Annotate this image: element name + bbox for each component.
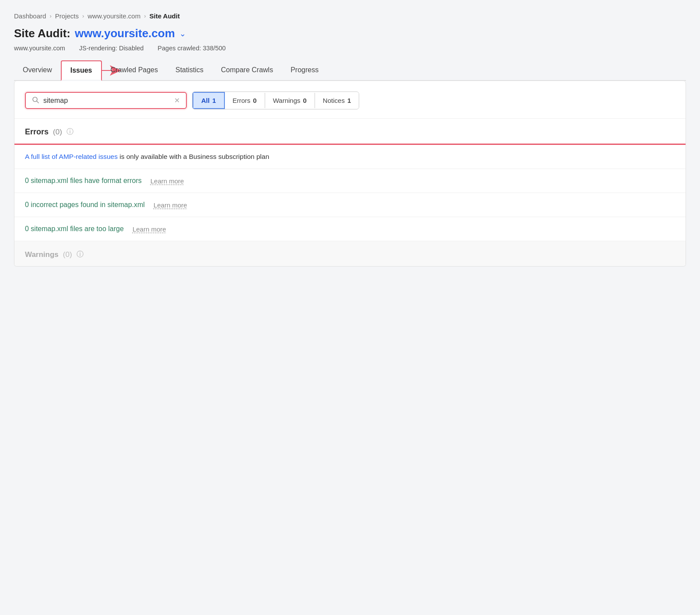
tab-issues[interactable]: Issues	[61, 60, 102, 81]
sitemap-large-learn-more[interactable]: Learn more	[133, 225, 166, 233]
search-icon	[32, 96, 39, 105]
warnings-info-icon[interactable]: ⓘ	[77, 250, 84, 259]
filter-btn-notices[interactable]: Notices 1	[315, 93, 359, 108]
filter-notices-label: Notices	[323, 97, 345, 104]
warnings-section-header: Warnings (0) ⓘ	[14, 241, 686, 266]
breadcrumb-projects[interactable]: Projects	[55, 12, 79, 20]
filter-warnings-label: Warnings	[273, 97, 301, 104]
filter-notices-count: 1	[347, 97, 351, 104]
sitemap-large-row: 0 sitemap.xml files are too large Learn …	[14, 217, 686, 241]
errors-title: Errors	[25, 127, 49, 137]
tab-crawled-pages[interactable]: Crawled Pages	[102, 61, 167, 81]
breadcrumb-sep-2: ›	[82, 13, 84, 19]
warnings-title: Warnings	[25, 250, 59, 259]
warnings-count: (0)	[63, 250, 72, 259]
sitemap-large-link[interactable]: 0 sitemap.xml files are too large	[25, 225, 124, 233]
meta-row: www.yoursite.com JS-rendering: Disabled …	[14, 45, 686, 52]
tab-overview[interactable]: Overview	[14, 61, 61, 81]
sitemap-format-row: 0 sitemap.xml files have format errors L…	[14, 169, 686, 193]
amp-link[interactable]: A full list of AMP-related issues	[25, 153, 118, 160]
site-dropdown-icon[interactable]: ⌄	[179, 29, 186, 39]
errors-info-icon[interactable]: ⓘ	[66, 127, 74, 137]
sitemap-format-link[interactable]: 0 sitemap.xml files have format errors	[25, 177, 142, 185]
tab-progress[interactable]: Progress	[282, 61, 327, 81]
page-title-site[interactable]: www.yoursite.com	[75, 27, 175, 40]
filter-all-count: 1	[212, 97, 216, 104]
filter-btn-warnings[interactable]: Warnings 0	[265, 93, 315, 108]
filter-btn-all[interactable]: All 1	[192, 92, 225, 109]
filter-errors-count: 0	[253, 97, 256, 104]
search-input[interactable]	[43, 97, 172, 105]
meta-js-rendering: JS-rendering: Disabled	[79, 45, 144, 52]
meta-site: www.yoursite.com	[14, 45, 65, 52]
breadcrumb-site[interactable]: www.yoursite.com	[88, 12, 140, 20]
svg-line-2	[37, 101, 38, 103]
meta-pages-crawled: Pages crawled: 338/500	[158, 45, 226, 52]
filter-btn-errors[interactable]: Errors 0	[225, 93, 265, 108]
filter-errors-label: Errors	[233, 97, 251, 104]
tabs-wrapper: Overview Issues Crawled Pages Statistics…	[14, 60, 686, 81]
tab-compare-crawls[interactable]: Compare Crawls	[212, 61, 282, 81]
breadcrumb-dashboard[interactable]: Dashboard	[14, 12, 46, 20]
errors-count: (0)	[53, 128, 62, 137]
amp-notice-row: A full list of AMP-related issues is onl…	[14, 145, 686, 169]
page-title-static: Site Audit:	[14, 27, 70, 40]
search-clear-icon[interactable]: ✕	[174, 96, 180, 105]
amp-notice-text: is only available with a Business subscr…	[118, 153, 269, 160]
sitemap-incorrect-row: 0 incorrect pages found in sitemap.xml L…	[14, 193, 686, 217]
errors-section-header: Errors (0) ⓘ	[14, 119, 686, 144]
breadcrumb-current: Site Audit	[149, 12, 179, 20]
sitemap-incorrect-link[interactable]: 0 incorrect pages found in sitemap.xml	[25, 201, 145, 209]
search-box[interactable]: ✕	[25, 92, 187, 109]
sitemap-incorrect-learn-more[interactable]: Learn more	[154, 201, 187, 209]
filter-warnings-count: 0	[303, 97, 307, 104]
filter-all-label: All	[201, 97, 210, 104]
breadcrumb: Dashboard › Projects › www.yoursite.com …	[14, 12, 686, 20]
filter-bar: ✕ All 1 Errors 0	[14, 81, 686, 119]
sitemap-format-learn-more[interactable]: Learn more	[150, 177, 184, 185]
errors-section: Errors (0) ⓘ A full list of AMP-related …	[14, 119, 686, 241]
breadcrumb-sep-1: ›	[49, 13, 51, 19]
tab-statistics[interactable]: Statistics	[167, 61, 212, 81]
filter-buttons: All 1 Errors 0 Warnings 0	[192, 91, 359, 109]
content-card: ✕ All 1 Errors 0	[14, 81, 686, 267]
page-title-row: Site Audit: www.yoursite.com ⌄	[14, 27, 686, 40]
tabs-bar: Overview Issues Crawled Pages Statistics…	[14, 60, 686, 81]
breadcrumb-sep-3: ›	[144, 13, 146, 19]
